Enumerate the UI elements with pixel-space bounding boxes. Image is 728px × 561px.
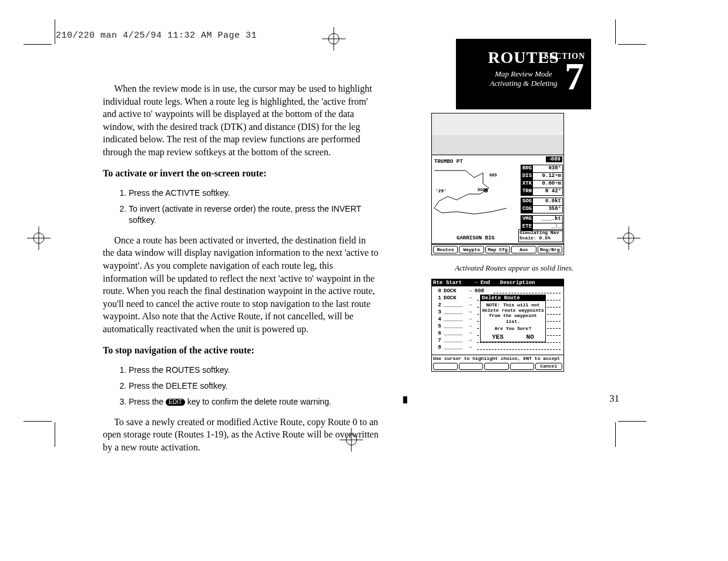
dash-fill bbox=[477, 346, 561, 350]
heading: To activate or invert the on-screen rout… bbox=[103, 167, 379, 180]
softkey[interactable]: Routes bbox=[433, 246, 458, 253]
print-mark-icon bbox=[403, 396, 407, 403]
route-num: 3 bbox=[433, 309, 441, 315]
route-start: ______ bbox=[441, 302, 468, 308]
nav-value: R 42° bbox=[533, 188, 562, 195]
nav-row: VMG___.kt bbox=[521, 215, 563, 223]
route-start: ______ bbox=[441, 309, 468, 315]
section-header-box: ROUTES SECTION 7 Map Review Mode Activat… bbox=[456, 39, 591, 109]
delete-route-screenshot: Rte Start → End Description 0DOCK→ 008 1… bbox=[431, 279, 564, 372]
cancel-softkey[interactable]: Cancel bbox=[535, 363, 562, 370]
arrow-icon: → bbox=[468, 338, 475, 343]
nav-value: ___.kt bbox=[533, 216, 562, 223]
crop-mark bbox=[24, 44, 52, 45]
softkey[interactable]: Map Cfg bbox=[485, 246, 510, 253]
nav-row: COG356° bbox=[521, 206, 563, 213]
delete-route-popup: Delete Route NOTE: This will not delete … bbox=[480, 295, 546, 342]
nav-data-stack: BRG038° DIS0.12ⁿm XTK0.00ⁿm TRNR 42° SOG… bbox=[521, 165, 563, 231]
map-waypoint-label: TRUMBO PT bbox=[434, 159, 463, 165]
softkey[interactable]: Waypts bbox=[459, 246, 484, 253]
route-start: ______ bbox=[441, 330, 468, 336]
popup-body: NOTE: This will not delete route waypoin… bbox=[481, 301, 545, 332]
col-header: → End bbox=[474, 280, 500, 286]
page: 210/220 man 4/25/94 11:32 AM Page 31 Whe… bbox=[0, 0, 728, 561]
nav-row: SOG0.0kt bbox=[521, 198, 563, 206]
registration-mark-icon bbox=[617, 226, 640, 250]
step: Press the EDIT key to confirm the delete… bbox=[129, 396, 379, 408]
table-header: Rte Start → End Description bbox=[432, 279, 563, 286]
crop-mark bbox=[615, 19, 616, 44]
nav-value: 0.12ⁿm bbox=[533, 173, 562, 180]
nav-tag: SOG bbox=[521, 198, 533, 205]
figure-caption: Activated Routes appear as solid lines. bbox=[435, 263, 593, 273]
nav-tag: VMG bbox=[521, 216, 533, 223]
route-list-body: 0DOCK→ 008 1DOCK→ 2______→ 3______→ 4___… bbox=[432, 286, 563, 355]
popup-buttons: YES NO bbox=[481, 332, 545, 342]
route-start: ______ bbox=[441, 323, 468, 329]
step-list: Press the ROUTES softkey. Press the DELE… bbox=[103, 365, 379, 408]
softkey-row: Cancel bbox=[432, 362, 563, 371]
subtitle-line: Activating & Deleting bbox=[490, 79, 558, 88]
paragraph: Once a route has been activated or inver… bbox=[103, 234, 379, 336]
print-header: 210/220 man 4/25/94 11:32 AM Page 31 bbox=[56, 31, 257, 41]
map-review-screenshot: →089 TRUMBO PT '29' DOCK 089 GARRISON BI… bbox=[431, 113, 564, 255]
no-button[interactable]: NO bbox=[526, 333, 534, 340]
route-start: DOCK bbox=[441, 288, 468, 294]
crop-mark bbox=[24, 421, 52, 422]
map-body: →089 TRUMBO PT '29' DOCK 089 GARRISON BI… bbox=[432, 155, 563, 244]
nav-tag: BRG bbox=[521, 165, 533, 172]
nav-value: 0.00ⁿm bbox=[533, 181, 562, 188]
nav-tag: DIS bbox=[521, 173, 533, 180]
softkey-blank bbox=[484, 363, 509, 370]
registration-mark-icon bbox=[27, 226, 51, 250]
map-waypoint-label: GARRISON BIG bbox=[457, 235, 495, 241]
softkey-blank bbox=[459, 363, 484, 370]
heading: To stop navigation of the active route: bbox=[103, 344, 379, 357]
map-header-texture bbox=[432, 113, 563, 155]
paragraph: To save a newly created or modified Acti… bbox=[103, 416, 379, 454]
heading-badge: →089 bbox=[546, 156, 562, 162]
section-subtitle: Map Review Mode Activating & Deleting bbox=[479, 69, 568, 88]
route-end: → 008 bbox=[468, 288, 492, 294]
nav-row: TRNR 42° bbox=[521, 188, 563, 196]
popup-note: NOTE: This will not delete route waypoin… bbox=[482, 302, 544, 324]
route-start: ______ bbox=[441, 338, 468, 343]
arrow-icon: → bbox=[468, 295, 475, 301]
arrow-icon: → bbox=[468, 345, 475, 350]
popup-question: Are You Sure? bbox=[482, 326, 544, 331]
step: To invert (activate in reverse order) th… bbox=[129, 203, 379, 226]
step-text: Press the bbox=[129, 397, 166, 406]
route-num: 1 bbox=[433, 295, 441, 301]
page-number: 31 bbox=[609, 393, 619, 405]
nav-tag: XTK bbox=[521, 181, 533, 188]
subtitle-line: Map Review Mode bbox=[495, 69, 552, 78]
crop-mark bbox=[55, 422, 55, 447]
registration-mark-icon bbox=[322, 27, 345, 51]
coastline-icon bbox=[433, 166, 518, 231]
arrow-icon: → bbox=[468, 323, 475, 329]
softkey-blank bbox=[510, 363, 535, 370]
softkey[interactable]: Rng/Brg bbox=[538, 246, 562, 253]
route-start: ______ bbox=[441, 316, 468, 322]
nav-row: XTK0.00ⁿm bbox=[521, 181, 563, 188]
crop-mark bbox=[618, 421, 646, 422]
nav-tag: TRN bbox=[521, 188, 533, 195]
route-row: 8______→ bbox=[433, 344, 562, 351]
route-start: DOCK bbox=[441, 295, 468, 301]
route-num: 8 bbox=[433, 345, 441, 350]
crop-mark bbox=[618, 44, 646, 45]
step-text: key to confirm the delete route warning. bbox=[185, 397, 331, 406]
arrow-icon: → bbox=[468, 316, 475, 322]
body-text-column: When the review mode is in use, the curs… bbox=[103, 82, 379, 462]
softkey[interactable]: Aux bbox=[511, 246, 536, 253]
sim-line: Scale: 0.5% bbox=[519, 236, 562, 241]
nav-row: DIS0.12ⁿm bbox=[521, 173, 563, 181]
crop-mark bbox=[615, 422, 616, 447]
sidebar-column: ROUTES SECTION 7 Map Review Mode Activat… bbox=[435, 39, 593, 372]
route-num: 5 bbox=[433, 323, 441, 329]
col-header: Description bbox=[500, 280, 562, 286]
yes-button[interactable]: YES bbox=[492, 333, 504, 340]
crop-mark bbox=[55, 19, 55, 44]
route-row: 0DOCK→ 008 bbox=[433, 288, 562, 295]
col-header: Rte bbox=[433, 280, 446, 286]
